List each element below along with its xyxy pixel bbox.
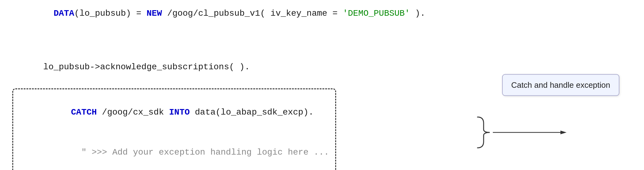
var-lo-pubsub: lo_pubsub xyxy=(79,9,126,18)
catch-class: /goog/cx_sdk xyxy=(97,107,169,117)
callout-box: Catch and handle exception xyxy=(502,74,619,96)
code-line-data: DATA(lo_pubsub) = NEW /goog/cl_pubsub_v1… xyxy=(12,0,425,34)
equals: = xyxy=(131,9,147,18)
paren-close: ) xyxy=(126,9,131,18)
catch-dashed-box: CATCH /goog/cx_sdk INTO data(lo_abap_sdk… xyxy=(12,88,336,170)
open-paren-params: ( xyxy=(260,9,271,18)
main-container: TRY. DATA(lo_pubsub) = NEW /goog/cl_pubs… xyxy=(0,0,644,170)
catch-rest: data(lo_abap_sdk_excp). xyxy=(190,107,314,117)
brace-arrow-group xyxy=(474,115,567,149)
code-section: TRY. DATA(lo_pubsub) = NEW /goog/cl_pubs… xyxy=(12,0,425,170)
keyword-catch: CATCH xyxy=(71,107,97,117)
close-paren-params: ). xyxy=(410,9,425,18)
comment-text: " >>> Add your exception handling logic … xyxy=(71,148,329,157)
ack-code: lo_pubsub->acknowledge_subscriptions( ). xyxy=(43,62,250,72)
eq2: = xyxy=(327,9,343,18)
right-brace-icon xyxy=(474,115,493,149)
code-line-comment: " >>> Add your exception handling logic … xyxy=(19,132,329,170)
dashed-box-wrapper: CATCH /goog/cx_sdk INTO data(lo_abap_sdk… xyxy=(12,88,425,170)
callout-label: Catch and handle exception xyxy=(511,80,610,90)
paren-open: ( xyxy=(74,9,80,18)
code-line-catch: CATCH /goog/cx_sdk INTO data(lo_abap_sdk… xyxy=(19,92,329,132)
arrow-line-icon xyxy=(493,129,567,136)
svg-marker-1 xyxy=(560,131,567,134)
string-value: 'DEMO_PUBSUB' xyxy=(343,9,410,18)
param-name: iv_key_name xyxy=(270,9,327,18)
code-line-ack: lo_pubsub->acknowledge_subscriptions( ). xyxy=(12,47,425,87)
keyword-into: INTO xyxy=(169,107,190,117)
keyword-new: NEW xyxy=(147,9,162,18)
keyword-data: DATA xyxy=(43,9,74,18)
code-blank-2 xyxy=(12,34,425,47)
class-name: /goog/cl_pubsub_v1 xyxy=(162,9,260,18)
